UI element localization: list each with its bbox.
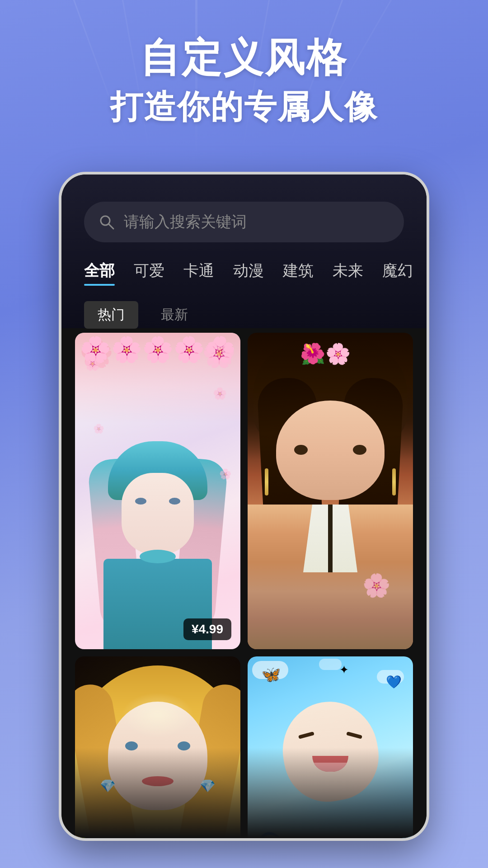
screen-bottom-fade — [61, 748, 427, 838]
price-badge-1: ¥4.99 — [183, 618, 231, 640]
tab-future[interactable]: 未来 — [333, 260, 363, 281]
tab-fantasy[interactable]: 魔幻 — [382, 260, 413, 281]
search-bar[interactable]: 请输入搜索关键词 — [84, 202, 404, 242]
tab-cute[interactable]: 可爱 — [134, 260, 164, 281]
tab-all[interactable]: 全部 — [84, 260, 115, 281]
phone-mockup: 请输入搜索关键词 全部 可爱 卡通 动漫 建筑 未来 魔 — [59, 172, 429, 841]
search-icon — [98, 213, 116, 231]
tab-building[interactable]: 建筑 — [283, 260, 314, 281]
tab-active-indicator — [84, 284, 115, 286]
search-placeholder[interactable]: 请输入搜索关键词 — [124, 212, 247, 232]
kimono-body: 🌸 — [248, 505, 413, 649]
phone-screen: 请输入搜索关键词 全部 可爱 卡通 动漫 建筑 未来 魔 — [61, 175, 427, 838]
category-tabs: 全部 可爱 卡通 动漫 建筑 未来 魔幻 — [84, 260, 404, 281]
sort-hot[interactable]: 热门 — [84, 301, 138, 329]
svg-line-1 — [109, 224, 113, 229]
tab-anime[interactable]: 动漫 — [233, 260, 264, 281]
gallery-item-1[interactable]: 🌸🌸🌸🌸🌸 — [75, 333, 240, 649]
flowers-decoration: 🌸🌸🌸🌸🌸 — [75, 333, 240, 423]
header-section: 自定义风格 打造你的专属人像 — [0, 36, 488, 125]
header-title-line1: 自定义风格 — [0, 36, 488, 80]
sort-new[interactable]: 最新 — [147, 301, 202, 329]
sort-tabs: 热门 最新 — [84, 301, 202, 329]
tab-cartoon[interactable]: 卡通 — [183, 260, 214, 281]
gallery-item-2[interactable]: 🌺🌸 — [248, 333, 413, 649]
character-silhouette — [94, 423, 221, 649]
portrait-2-bg: 🌺🌸 — [248, 333, 413, 649]
header-title-line2: 打造你的专属人像 — [0, 89, 488, 125]
